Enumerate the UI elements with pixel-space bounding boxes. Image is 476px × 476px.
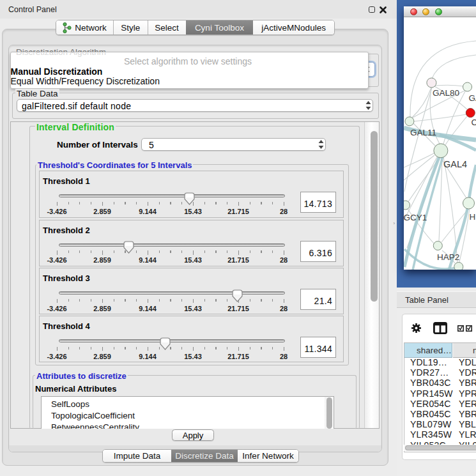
- svg-text:GCY1: GCY1: [404, 213, 427, 222]
- svg-text:GAL11: GAL11: [410, 128, 436, 137]
- svg-text:GA: GA: [469, 93, 476, 103]
- svg-text:C: C: [472, 118, 476, 127]
- svg-text:GAL4: GAL4: [443, 159, 467, 169]
- svg-text:HAP2: HAP2: [437, 252, 459, 262]
- svg-text:GAL80: GAL80: [433, 88, 459, 98]
- svg-text:H: H: [470, 212, 476, 222]
